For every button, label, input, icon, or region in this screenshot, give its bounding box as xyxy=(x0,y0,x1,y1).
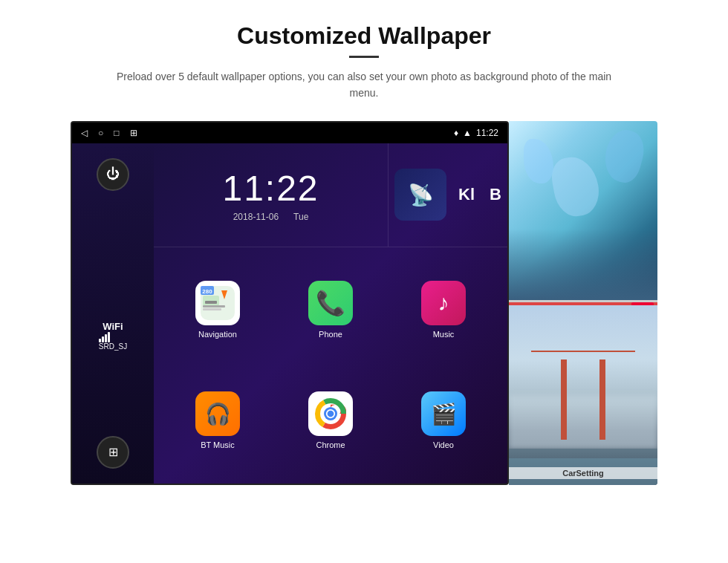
main-area: 11:22 2018-11-06 Tue 📡 Kl xyxy=(154,143,507,484)
navigation-icon: 280 xyxy=(195,281,240,325)
kl-icon: Kl xyxy=(458,185,475,204)
video-label: Video xyxy=(433,440,454,449)
phone-label: Phone xyxy=(319,330,342,339)
btmusic-icon: 🎧 xyxy=(195,391,240,436)
wallpaper-panel: CarSetting xyxy=(509,121,657,485)
bt-symbol: 🎧 xyxy=(205,402,231,426)
content-area: ◁ ○ □ ⊞ ♦ ▲ 11:22 ⏻ xyxy=(71,121,657,485)
app-item-navigation[interactable]: 280 Navigation xyxy=(161,255,274,365)
chrome-label: Chrome xyxy=(316,440,345,449)
power-icon: ⏻ xyxy=(106,166,120,182)
clock-date: 2018-11-06 Tue xyxy=(233,212,309,222)
chrome-icon xyxy=(308,391,353,436)
date-value: 2018-11-06 xyxy=(233,212,279,222)
app-item-phone[interactable]: 📞 Phone xyxy=(274,255,387,365)
app-item-btmusic[interactable]: 🎧 BT Music xyxy=(161,365,274,476)
apps-button[interactable]: ⊞ xyxy=(97,436,129,469)
media-icons-area: 📡 Kl B xyxy=(389,143,507,247)
btmusic-label: BT Music xyxy=(201,440,235,449)
title-divider xyxy=(349,56,379,58)
apps-grid-icon: ⊞ xyxy=(108,445,118,459)
home-icon[interactable]: ○ xyxy=(98,128,103,138)
wallpaper-golden-gate[interactable]: CarSetting xyxy=(509,305,657,485)
clock-time: 11:22 xyxy=(222,168,319,209)
wifi-network: SRD_SJ xyxy=(99,342,127,351)
clock-display: 11:22 2018-11-06 Tue xyxy=(154,143,389,247)
recents-icon[interactable]: □ xyxy=(114,128,119,138)
music-symbol: ♪ xyxy=(438,290,449,316)
status-bar: ◁ ○ □ ⊞ ♦ ▲ 11:22 xyxy=(72,123,507,143)
location-icon: ♦ xyxy=(454,128,458,138)
page-container: Customized Wallpaper Preload over 5 defa… xyxy=(0,0,728,563)
screen-body: ⏻ WiFi SRD_SJ ⊞ xyxy=(72,143,507,484)
svg-point-16 xyxy=(328,411,334,417)
signal-bars xyxy=(99,332,127,342)
android-screen: ◁ ○ □ ⊞ ♦ ▲ 11:22 ⏻ xyxy=(71,121,509,485)
app-item-music[interactable]: ♪ Music xyxy=(387,255,500,365)
sidebar-top: ⏻ xyxy=(97,158,129,191)
video-symbol: 🎬 xyxy=(431,402,457,426)
subtitle: Preload over 5 default wallpaper options… xyxy=(111,68,617,102)
navigation-label: Navigation xyxy=(198,330,237,339)
app-grid: 280 Navigation 📞 Phone xyxy=(154,247,507,484)
svg-rect-3 xyxy=(205,301,217,304)
day-value: Tue xyxy=(293,212,308,222)
music-label: Music xyxy=(433,330,455,339)
chrome-svg xyxy=(315,398,346,429)
wifi-info: WiFi SRD_SJ xyxy=(99,321,127,351)
music-icon: ♪ xyxy=(421,281,466,325)
status-bar-left: ◁ ○ □ ⊞ xyxy=(81,128,137,138)
video-icon: 🎬 xyxy=(421,391,466,436)
wifi-label: WiFi xyxy=(99,321,127,332)
wifi-media-icon: 📡 xyxy=(408,183,434,207)
app-item-video[interactable]: 🎬 Video xyxy=(387,365,500,476)
status-time: 11:22 xyxy=(476,128,498,138)
media-icon-box[interactable]: 📡 xyxy=(394,169,446,221)
title-section: Customized Wallpaper Preload over 5 defa… xyxy=(111,22,617,102)
phone-symbol: 📞 xyxy=(316,289,345,317)
sidebar: ⏻ WiFi SRD_SJ ⊞ xyxy=(72,143,154,484)
clock-section: 11:22 2018-11-06 Tue 📡 Kl xyxy=(154,143,507,247)
carsetting-label: CarSetting xyxy=(509,467,657,479)
back-icon[interactable]: ◁ xyxy=(81,128,88,138)
wallpaper-ice-cave[interactable] xyxy=(509,121,657,303)
screenshot-icon[interactable]: ⊞ xyxy=(130,128,137,138)
media-right-icons: Kl B xyxy=(458,185,501,204)
phone-icon: 📞 xyxy=(308,281,353,325)
svg-text:280: 280 xyxy=(202,288,212,295)
svg-rect-5 xyxy=(203,308,221,310)
status-bar-right: ♦ ▲ 11:22 xyxy=(454,128,498,138)
app-item-chrome[interactable]: Chrome xyxy=(274,365,387,476)
b-icon: B xyxy=(490,185,501,204)
power-button[interactable]: ⏻ xyxy=(97,158,129,191)
wifi-status-icon: ▲ xyxy=(463,128,472,138)
page-title: Customized Wallpaper xyxy=(111,22,617,50)
svg-rect-4 xyxy=(203,305,225,307)
